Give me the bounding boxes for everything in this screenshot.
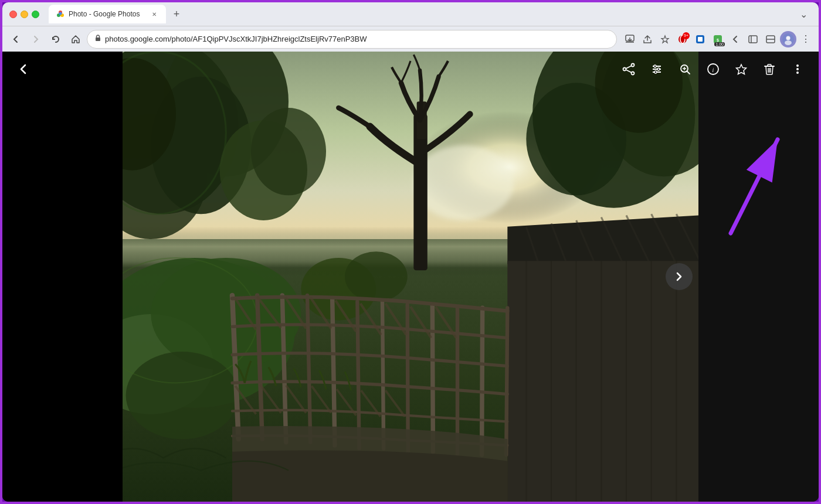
svg-point-22 bbox=[413, 145, 514, 220]
title-bar: Photo - Google Photos ✕ + ⌄ bbox=[2, 2, 819, 26]
toolbar-left bbox=[12, 57, 35, 81]
download-tab-icon bbox=[625, 35, 635, 44]
panel-icon bbox=[766, 35, 775, 44]
ext3-badge: 1.00 bbox=[714, 42, 725, 46]
svg-point-113 bbox=[796, 68, 799, 70]
address-bar-wrapper[interactable] bbox=[87, 30, 617, 49]
home-icon bbox=[72, 35, 80, 43]
opera-badge: 9+ bbox=[683, 32, 690, 39]
active-tab[interactable]: Photo - Google Photos ✕ bbox=[49, 5, 166, 23]
profile-button[interactable] bbox=[780, 31, 796, 47]
svg-point-3 bbox=[59, 12, 62, 15]
bookmark-star-button[interactable] bbox=[657, 31, 673, 47]
svg-line-95 bbox=[626, 66, 632, 69]
svg-point-63 bbox=[345, 251, 408, 301]
photo-toolbar: i bbox=[2, 52, 819, 87]
reload-icon bbox=[52, 35, 60, 43]
lock-icon bbox=[94, 35, 101, 43]
zoom-photo-button[interactable] bbox=[673, 57, 697, 81]
share-photo-button[interactable] bbox=[617, 57, 640, 81]
profile-avatar bbox=[782, 33, 794, 45]
back-icon bbox=[12, 35, 20, 43]
photo-viewer: i bbox=[2, 52, 819, 502]
svg-point-94 bbox=[632, 72, 635, 75]
browser-menu-button[interactable]: ⋮ bbox=[798, 31, 814, 47]
svg-line-96 bbox=[626, 70, 632, 73]
ext2-icon bbox=[695, 34, 705, 45]
favorite-photo-button[interactable] bbox=[730, 57, 753, 81]
photo-scene bbox=[123, 52, 698, 502]
zoom-icon bbox=[678, 63, 691, 76]
close-button[interactable] bbox=[9, 11, 17, 18]
browser-window: Photo - Google Photos ✕ + ⌄ bbox=[2, 2, 819, 502]
svg-point-93 bbox=[623, 68, 626, 71]
svg-point-92 bbox=[632, 64, 635, 67]
ext4-icon bbox=[731, 35, 740, 44]
edit-photo-button[interactable] bbox=[645, 57, 669, 81]
more-options-button[interactable] bbox=[786, 57, 809, 81]
more-dots-icon bbox=[791, 63, 804, 76]
new-tab-button[interactable]: + bbox=[168, 6, 185, 22]
sidebar-toggle-button[interactable] bbox=[745, 31, 761, 47]
address-input[interactable] bbox=[105, 35, 609, 43]
opera-extension-button[interactable]: 9+ bbox=[674, 31, 691, 47]
next-photo-button[interactable] bbox=[666, 263, 693, 290]
home-button[interactable] bbox=[67, 30, 84, 48]
svg-line-69 bbox=[357, 302, 359, 449]
nav-bar: 9+ $ 1.00 bbox=[2, 26, 819, 52]
tabs-area: Photo - Google Photos ✕ + bbox=[49, 5, 791, 23]
svg-line-75 bbox=[506, 308, 507, 455]
svg-line-68 bbox=[333, 298, 335, 445]
svg-rect-4 bbox=[96, 38, 100, 41]
svg-line-70 bbox=[382, 302, 384, 449]
svg-point-19 bbox=[785, 40, 792, 45]
trash-icon bbox=[763, 63, 776, 76]
traffic-lights bbox=[9, 11, 39, 18]
panel-toggle-button[interactable] bbox=[762, 31, 779, 47]
download-to-tab-button[interactable] bbox=[622, 31, 638, 47]
maximize-button[interactable] bbox=[32, 11, 39, 18]
tab-close-button[interactable]: ✕ bbox=[150, 9, 159, 19]
minimize-button[interactable] bbox=[21, 11, 28, 18]
share-icon bbox=[643, 35, 652, 44]
svg-rect-13 bbox=[749, 36, 757, 43]
scene-svg bbox=[123, 52, 698, 502]
svg-text:i: i bbox=[713, 67, 714, 73]
bookmark-star-icon bbox=[660, 35, 670, 44]
right-dark-panel bbox=[698, 52, 819, 502]
share-button[interactable] bbox=[639, 31, 656, 47]
ext2-button[interactable] bbox=[692, 31, 708, 47]
info-icon: i bbox=[707, 63, 720, 76]
ext3-button[interactable]: $ 1.00 bbox=[710, 31, 726, 47]
svg-point-100 bbox=[654, 65, 656, 67]
tab-title: Photo - Google Photos bbox=[69, 10, 146, 18]
forward-button[interactable] bbox=[27, 30, 45, 48]
back-to-gallery-button[interactable] bbox=[12, 57, 35, 81]
share-photo-icon bbox=[622, 63, 635, 76]
back-arrow-icon bbox=[17, 63, 30, 76]
svg-point-18 bbox=[786, 36, 791, 40]
info-photo-button[interactable]: i bbox=[701, 57, 725, 81]
ext4-button[interactable] bbox=[727, 31, 744, 47]
toolbar-right: i bbox=[617, 57, 809, 81]
svg-line-72 bbox=[432, 305, 433, 452]
svg-line-74 bbox=[482, 308, 483, 455]
svg-point-60 bbox=[126, 352, 239, 439]
browser-action-buttons: 9+ $ 1.00 bbox=[622, 31, 814, 47]
svg-line-104 bbox=[687, 71, 690, 74]
tab-favicon bbox=[56, 9, 65, 19]
left-dark-panel bbox=[2, 52, 123, 502]
svg-point-33 bbox=[251, 108, 326, 195]
star-icon bbox=[735, 63, 748, 76]
reload-button[interactable] bbox=[47, 30, 65, 48]
svg-point-101 bbox=[657, 68, 660, 70]
svg-rect-10 bbox=[698, 37, 703, 42]
edit-sliders-icon bbox=[650, 63, 663, 76]
svg-rect-48 bbox=[507, 261, 698, 502]
delete-photo-button[interactable] bbox=[758, 57, 781, 81]
tab-dropdown-button[interactable]: ⌄ bbox=[795, 6, 812, 22]
next-arrow-icon bbox=[674, 271, 684, 282]
forward-icon bbox=[32, 35, 40, 43]
back-button[interactable] bbox=[7, 30, 25, 48]
svg-point-112 bbox=[796, 64, 799, 67]
